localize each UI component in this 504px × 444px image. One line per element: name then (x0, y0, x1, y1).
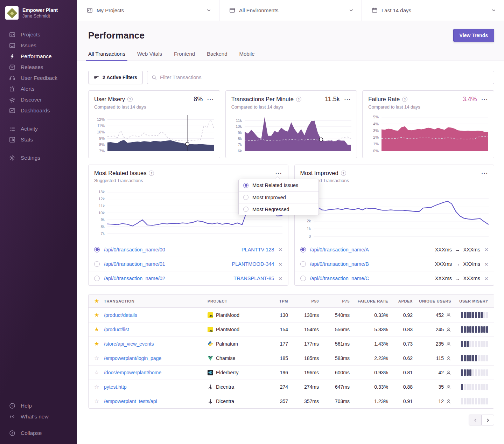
menu-option-most-improved[interactable]: Most Improved (239, 191, 318, 203)
sidebar-item-user-feedback[interactable]: User Feedback (0, 72, 77, 83)
transaction-link[interactable]: /api/0/transaction_name/02 (104, 276, 165, 281)
headset-icon (9, 75, 15, 81)
sidebar-item-activity[interactable]: Activity (0, 123, 77, 134)
active-filters-button[interactable]: 2 Active Filters (88, 71, 143, 84)
transaction-link[interactable]: /product/list (104, 327, 129, 332)
failure-rate-card: Failure Rate ? 3.4% ··· Compared to last… (362, 90, 494, 158)
svg-text:9k: 9k (100, 217, 105, 222)
ellipsis-menu-icon[interactable]: ··· (207, 97, 214, 102)
close-icon[interactable]: × (484, 275, 488, 282)
app-window: Empower Plant Jane Schmidt Projects Issu… (0, 0, 504, 444)
close-icon[interactable]: × (484, 246, 488, 253)
transaction-link[interactable]: /product/details (104, 312, 137, 318)
transaction-link[interactable]: pytest.http (104, 384, 127, 390)
sidebar-item-discover[interactable]: Discover (0, 94, 77, 105)
sidebar-item-performance[interactable]: Performance (0, 51, 77, 62)
issue-link[interactable]: PLANTMOOD-344 (232, 261, 274, 267)
tab-mobile[interactable]: Mobile (239, 51, 254, 61)
svg-text:9k: 9k (238, 131, 242, 135)
issue-link[interactable]: TRANSPLANT-85 (233, 276, 274, 281)
column-header: UNIQUE USERS (413, 299, 455, 303)
transaction-link[interactable]: /empowerplant_tests/api (104, 398, 157, 404)
project-filter-dropdown[interactable]: My Projects (77, 0, 219, 21)
failure-rate-chart[interactable]: 0%1%2%3%4%5% (368, 113, 488, 154)
platform-icon: JS (208, 327, 213, 332)
p50-value: 274ms (288, 384, 319, 390)
user-icon (446, 312, 451, 318)
tpm-chart[interactable]: 6k7k8k9k10k11k (231, 113, 351, 154)
star-toggle[interactable]: ★ (94, 312, 99, 318)
transaction-link[interactable]: /docs/empowerplant/home (104, 370, 161, 375)
user-misery-bars (455, 312, 494, 318)
previous-page-button[interactable] (469, 415, 482, 425)
sidebar-item-releases[interactable]: Releases (0, 62, 77, 72)
close-icon[interactable]: × (278, 246, 282, 253)
nav-divider (0, 145, 77, 152)
close-icon[interactable]: × (278, 261, 282, 268)
tab-backend[interactable]: Backend (207, 51, 227, 61)
issue-link[interactable]: PLANTTV-128 (241, 247, 274, 252)
radio-button[interactable] (94, 247, 100, 252)
unique-users-value: 42 (438, 370, 444, 375)
radio-button[interactable] (300, 247, 306, 252)
tab-frontend[interactable]: Frontend (174, 51, 195, 61)
view-trends-button[interactable]: View Trends (453, 29, 494, 42)
transaction-link[interactable]: /store/api_view_events (104, 341, 154, 347)
sidebar-item-help[interactable]: ? Help (0, 400, 77, 411)
help-icon[interactable]: ? (127, 97, 133, 102)
tab-all-transactions[interactable]: All Transactions (88, 51, 125, 61)
summary-cards: User Misery ? 8% ··· Compared to last 14… (88, 90, 494, 158)
sidebar-item-projects[interactable]: Projects (0, 29, 77, 40)
star-toggle[interactable]: ★ (94, 341, 99, 347)
unique-users-value: 245 (436, 327, 444, 332)
ellipsis-menu-icon[interactable]: ··· (482, 171, 489, 176)
sidebar-collapse-button[interactable]: Collapse (0, 428, 77, 438)
tab-web-vitals[interactable]: Web Vitals (137, 51, 162, 61)
transaction-link[interactable]: /empowerplant/login_page (104, 355, 161, 361)
radio-button[interactable] (94, 276, 100, 281)
date-range-dropdown[interactable]: Last 14 days (362, 0, 504, 21)
star-toggle[interactable]: ★ (94, 326, 99, 332)
radio-button[interactable] (300, 261, 306, 267)
menu-option-most-related-issues[interactable]: Most Related Issues (239, 179, 318, 191)
transaction-link[interactable]: /api/0/transaction_name/B (310, 261, 369, 267)
transaction-link[interactable]: /api/0/transaction_name/00 (104, 247, 165, 252)
project-name: Palmatum (216, 341, 238, 347)
radio-button[interactable] (300, 276, 306, 281)
sidebar-item-dashboards[interactable]: Dashboards (0, 105, 77, 116)
ellipsis-menu-icon[interactable]: ··· (275, 171, 282, 176)
next-page-button[interactable] (481, 415, 494, 425)
improved-chart[interactable]: 01k2k3k4k5k6k (300, 187, 489, 239)
star-toggle[interactable]: ☆ (94, 384, 99, 390)
sidebar-item-whats-new[interactable]: What's new (0, 411, 77, 422)
help-icon[interactable]: ? (149, 171, 154, 176)
ellipsis-menu-icon[interactable]: ··· (481, 97, 488, 102)
help-icon[interactable]: ? (341, 171, 346, 176)
star-toggle[interactable]: ☆ (94, 369, 99, 375)
user-misery-chart[interactable]: 7%8%9%10%11%12% (94, 113, 214, 154)
sidebar-item-alerts[interactable]: Alerts (0, 83, 77, 94)
transaction-link[interactable]: /api/0/transaction_name/A (310, 247, 369, 252)
platform-icon (208, 370, 213, 375)
close-icon[interactable]: × (278, 275, 282, 282)
transaction-link[interactable]: /api/0/transaction_name/01 (104, 261, 165, 267)
radio-button[interactable] (94, 261, 100, 267)
sidebar-item-issues[interactable]: Issues (0, 40, 77, 51)
search-input[interactable] (160, 75, 490, 80)
star-toggle[interactable]: ☆ (94, 398, 99, 404)
sidebar-item-settings[interactable]: Settings (0, 152, 77, 163)
close-icon[interactable]: × (484, 261, 488, 268)
org-switcher[interactable]: Empower Plant Jane Schmidt (0, 6, 77, 20)
transaction-link[interactable]: /api/0/transaction_name/C (310, 276, 369, 281)
star-toggle[interactable]: ☆ (94, 355, 99, 361)
environment-filter-dropdown[interactable]: All Environments (219, 0, 362, 21)
project-filter-label: My Projects (97, 7, 124, 13)
help-icon[interactable]: ? (296, 97, 301, 102)
ellipsis-menu-icon[interactable]: ··· (344, 97, 351, 102)
tpm-value: 185 (264, 355, 288, 361)
menu-option-most-regressed[interactable]: Most Regressed (239, 203, 318, 215)
project-name: Dicentra (216, 384, 234, 390)
sidebar-item-stats[interactable]: Stats (0, 134, 77, 145)
failure-rate-value: 0.93% (350, 370, 388, 375)
help-icon[interactable]: ? (402, 97, 407, 102)
